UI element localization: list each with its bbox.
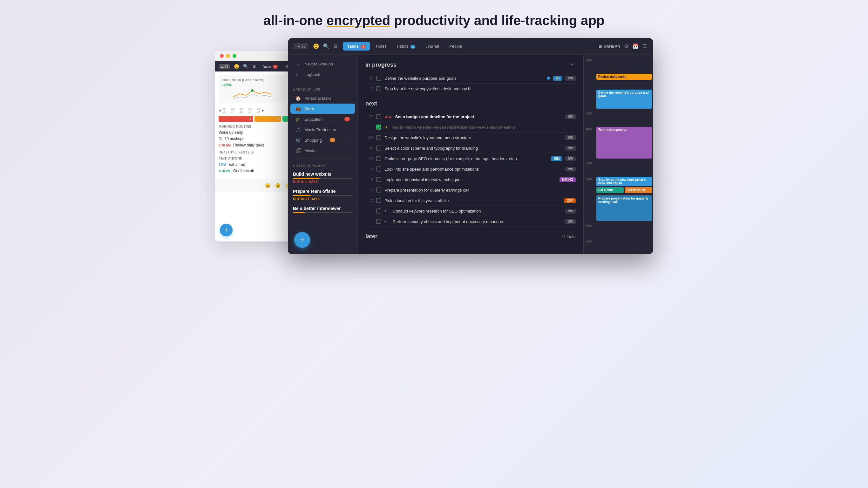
sidebar-shopping[interactable]: 🛒 Shopping 3 ⋮⋮ xyxy=(290,135,355,145)
task-row-seo: 24 Optimize on-page SEO elements (for ex… xyxy=(365,153,576,164)
back-search-icon[interactable]: 🔍 xyxy=(243,64,248,69)
cal-events-2pm xyxy=(595,57,653,58)
sidebar-movies[interactable]: 🎬 Movies xyxy=(290,146,355,156)
main-window: ☁ 63 😊 🔍 ⚙ Tasks 4 Notes Habits 1 Journa… xyxy=(288,38,653,254)
cal-date-3: apr19 xyxy=(248,107,252,114)
sidebar-personal[interactable]: 🏠 Personal tasks xyxy=(290,93,355,103)
mood-card: YOUR MOOD (LAST 7 DAYS) +23% xyxy=(219,75,286,103)
sidebar-logbook[interactable]: ✓ Logbook xyxy=(290,69,355,80)
habit-fruit-time: 2 PM xyxy=(219,163,226,166)
shopping-badge: 3 xyxy=(330,138,335,142)
task-check-3[interactable] xyxy=(376,187,381,192)
collapse-security[interactable]: ▾ xyxy=(384,219,390,224)
task-check-32[interactable] xyxy=(376,75,381,81)
traffic-green[interactable] xyxy=(232,54,237,58)
next-header: next xyxy=(365,100,576,107)
task-check-16[interactable] xyxy=(376,166,381,172)
topbar-right: ⊞ KANBAN ⚙ 📅 ☰ xyxy=(598,43,647,49)
tasks-badge: 4 xyxy=(361,45,366,49)
task-check-27[interactable] xyxy=(376,114,381,119)
tab-journal[interactable]: Journal xyxy=(421,42,443,51)
traffic-yellow[interactable] xyxy=(226,54,230,58)
task-check-2a[interactable] xyxy=(376,86,381,91)
goal-interviewer-title: Be a better interviewer xyxy=(293,206,352,211)
task-num-27: 27 xyxy=(365,115,373,119)
cal-time-blank1 xyxy=(584,73,595,74)
cloud-num: 63 xyxy=(302,44,305,48)
tab-habits[interactable]: Habits 1 xyxy=(392,42,420,51)
menu-icon[interactable]: ☰ xyxy=(643,43,647,49)
task-check-security[interactable] xyxy=(376,219,381,224)
main-body: → Next to work on ✓ Logbook AREAS OF LIF… xyxy=(288,55,653,254)
tab-people[interactable]: People xyxy=(445,42,466,51)
cal-time-4pm: 4pm xyxy=(584,126,595,131)
task-text-design: Design the website's layout and menu str… xyxy=(384,135,562,140)
mood-neutral1[interactable]: 😐 xyxy=(274,182,281,189)
goal-interviewer-bar xyxy=(293,212,352,213)
goal-website[interactable]: Build new website DUE IN 4 DAYS xyxy=(293,172,352,184)
cal-event-presentation[interactable]: Prepare presentation for quaterly earnin… xyxy=(596,195,652,221)
task-text-presentation: Prepare presentation for quaterly earnin… xyxy=(384,188,576,192)
cal-event-review[interactable]: Review daily tasks xyxy=(596,74,652,80)
task-text-keyword: Conduct keyword research for SEO optimiz… xyxy=(393,209,562,214)
cal-event-define[interactable]: Define the website's purpose and goals xyxy=(596,90,652,109)
task-check-1a[interactable]: ✓ xyxy=(376,125,381,130)
back-settings-icon[interactable]: ⚙ xyxy=(252,64,256,69)
tab-tasks[interactable]: Tasks 4 xyxy=(343,42,370,51)
cal-slot-presentation: Prepare presentation for quaterly earnin… xyxy=(584,195,653,222)
cal-next-icon[interactable]: ▶ xyxy=(262,109,265,112)
mood-happy[interactable]: 😊 xyxy=(264,182,271,189)
cal-event-fruit[interactable]: Eat a fruit xyxy=(596,187,624,193)
task-row-presentation: 3 Prepare presentation for quaterly earn… xyxy=(365,185,576,195)
sidebar-movies-label: Movies xyxy=(304,148,317,153)
cal-events-7pm xyxy=(595,222,653,224)
task-check-1b[interactable] xyxy=(376,208,381,214)
cal-slot-3pm: 3pm xyxy=(584,110,653,126)
drag-handle: ⋮⋮ xyxy=(343,139,350,142)
traffic-red[interactable] xyxy=(220,54,224,58)
task-badge-nw-32: NW xyxy=(565,76,576,81)
task-text-security: Perform security checks and implement ne… xyxy=(393,219,562,224)
goal-interviewer-fill xyxy=(293,212,305,213)
cal-event-copywriter[interactable]: Stop by at the new copywriter's desk and… xyxy=(596,177,652,186)
gear-icon[interactable]: ⚙ xyxy=(624,43,628,49)
task-text-interview: Implement behavioral interview technique… xyxy=(384,177,556,182)
movies-icon: 🎬 xyxy=(296,148,301,153)
goal-website-bar xyxy=(293,178,352,179)
habit-wake-up-name: Wake up early xyxy=(219,130,243,135)
cal-event-team-retro[interactable]: Team retrospective xyxy=(596,127,652,158)
headline-encrypted: encrypted xyxy=(327,13,391,28)
headline-part2: productivity and life-tracking app xyxy=(390,13,604,28)
sidebar-work[interactable]: 💼 Work xyxy=(290,103,355,114)
next-work-icon: → xyxy=(296,61,301,66)
cal-time-7pm: 7pm xyxy=(584,222,595,227)
task-check-96[interactable] xyxy=(376,146,381,151)
cal-events-define: Define the website's purpose and goals xyxy=(595,89,653,110)
task-check-123[interactable] xyxy=(376,135,381,140)
sidebar-music[interactable]: 🎵 Music Production xyxy=(290,125,355,135)
cal-event-air[interactable]: Get fresh air xyxy=(625,187,652,193)
task-badge-nw-16: NW xyxy=(565,167,576,172)
task-check-5[interactable] xyxy=(376,177,381,182)
back-fab-button[interactable]: + xyxy=(220,224,232,236)
task-check-2b[interactable] xyxy=(376,198,381,203)
goal-offsite[interactable]: Prepare team offsite DUE IN 21 DAYS xyxy=(293,189,352,201)
collapse-keyword[interactable]: ▾ xyxy=(384,209,390,213)
headline: all-in-one encrypted productivity and li… xyxy=(264,13,604,29)
back-emoji-icon[interactable]: 😊 xyxy=(234,64,239,69)
tab-notes[interactable]: Notes xyxy=(371,42,391,51)
cal-prev-icon[interactable]: ◀ xyxy=(219,109,221,112)
add-in-progress-button[interactable]: + xyxy=(568,61,576,69)
kanban-icon: ⊞ xyxy=(598,44,602,49)
emoji-icon[interactable]: 😊 xyxy=(313,43,319,49)
calendar-icon[interactable]: 📅 xyxy=(632,43,639,49)
search-icon[interactable]: 🔍 xyxy=(323,43,330,49)
work-icon: 💼 xyxy=(296,106,301,111)
settings-icon[interactable]: ⚙ xyxy=(333,43,338,49)
task-num-2a: 2 xyxy=(365,87,373,91)
sidebar-education[interactable]: 🎓 Education 1 xyxy=(290,114,355,124)
goal-interviewer[interactable]: Be a better interviewer xyxy=(293,206,352,213)
task-check-24[interactable] xyxy=(376,156,381,161)
sidebar-next-work[interactable]: → Next to work on xyxy=(290,59,355,69)
back-tab-tasks[interactable]: Tasks 4 xyxy=(260,64,280,69)
